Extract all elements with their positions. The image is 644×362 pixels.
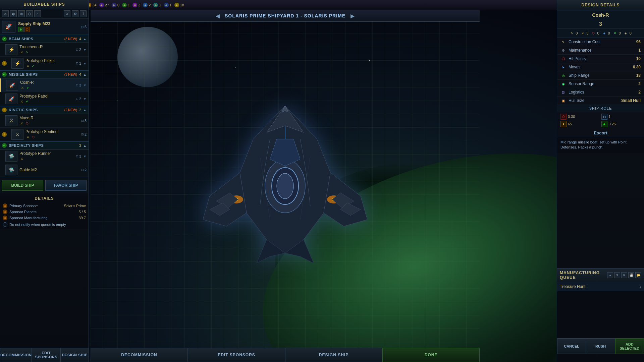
edit-sponsors-button[interactable]: Edit Sponsors	[32, 348, 60, 362]
mfg-queue-item-1[interactable]: Treasure Hunt ›	[557, 282, 644, 291]
ship-item-prototype-sentinel[interactable]: ! ⚔ Prototype Sentinel ⚔ ⬡ ⊡ 2	[0, 128, 89, 141]
coshr-thumbnail: 🚀	[6, 80, 18, 90]
mfg-empty-queue	[557, 291, 644, 338]
rush-button[interactable]: RUSH	[586, 339, 615, 354]
ship-item-cosh-r[interactable]: 🚀 Cosh-R ⚔ ✔ ⊡ 3 ▼	[0, 78, 89, 92]
manufacturing-icon: ⊙	[3, 216, 7, 220]
runner-dropdown[interactable]: ▼	[83, 155, 87, 158]
build-ship-button[interactable]: Build Ship	[2, 180, 43, 191]
resource-icon[interactable]: ⬡	[26, 10, 33, 17]
home-icon[interactable]: ⌂	[34, 10, 41, 17]
build-buttons-row: Build Ship Favor Ship	[0, 177, 89, 193]
guidem2-thumbnail: 🛸	[5, 165, 17, 175]
category-missile-ships[interactable]: ✔ Missile Ships (3 NEW) 4 ▲	[0, 70, 89, 78]
coshr-dropdown[interactable]: ▼	[83, 83, 87, 87]
mfg-load-icon[interactable]: 📂	[635, 272, 641, 278]
no-notify-row[interactable]: Do not notify when queue is empty	[3, 222, 86, 227]
runner-icon-1: ⚔	[19, 157, 24, 161]
picket-count: ⊡ 1	[76, 61, 81, 65]
truncheon-name: Truncheon-R	[19, 45, 74, 49]
settings-icon[interactable]: ⚔	[64, 10, 70, 17]
done-button[interactable]: DONE	[382, 348, 480, 362]
info-icon[interactable]: i	[80, 10, 87, 17]
role-resource-value: 65	[568, 122, 572, 126]
truncheon-icon-1: ⚔	[19, 50, 24, 55]
patrol-icons: ⚔ ✔	[19, 99, 74, 104]
hit-points-value: 10	[636, 56, 641, 61]
runner-thumbnail: 🛸	[5, 151, 17, 162]
missile-expand-arrow: ▲	[83, 73, 87, 76]
truncheon-thumbnail: ⚡	[5, 44, 17, 55]
favor-ship-button[interactable]: Favor Ship	[45, 180, 87, 191]
mfg-up-arrow[interactable]: ▲	[607, 272, 613, 278]
featured-ship-item[interactable]: 🚀 Supply Ship M23 ⊕ ⬡ ⊡ 6	[0, 19, 89, 35]
sponsor-planets-label: Sponsor Planets:	[9, 210, 77, 214]
res-15: ◈ 18	[174, 3, 184, 7]
ship-item-truncheon-r[interactable]: ⚡ Truncheon-R ⚔ ✎ ⊡ 2 ▼	[0, 43, 89, 57]
res-13: ◈ 1	[153, 3, 161, 7]
macer-icon-2: ⬡	[25, 121, 30, 126]
sensor-range-label: Sensor Range	[569, 81, 636, 86]
coshr-count: ⊡ 3	[76, 83, 81, 87]
guidem2-count: ⊡ 2	[81, 168, 87, 172]
edit-sponsors-global-button[interactable]: EDIT SPONSORS	[188, 348, 285, 362]
design-details-header: Design Details	[557, 0, 644, 10]
moves-value: 6.30	[633, 65, 641, 69]
mfg-save-icon[interactable]: 💾	[628, 272, 634, 278]
maintenance-icon: ⚙	[560, 48, 566, 53]
mfg-clear-icon[interactable]: ✕	[621, 272, 627, 278]
logistics-value: 2	[638, 90, 641, 95]
svg-point-8	[277, 173, 293, 199]
decommission-button[interactable]: Decommission	[0, 348, 32, 362]
beam-category-label: Beam Ships	[9, 37, 62, 41]
category-specialty-ships[interactable]: ✔ Specialty Ships 3 ▲	[0, 141, 89, 149]
picket-dropdown[interactable]: ▼	[83, 62, 87, 65]
macer-icon-1: ⚔	[19, 121, 24, 126]
category-beam-ships[interactable]: ✔ Beam Ships (3 NEW) 4 ▲	[0, 35, 89, 43]
design-ship-global-button[interactable]: DESIGN SHIP	[285, 348, 382, 362]
ship-range-row: ◎ Ship Range 18	[557, 71, 644, 80]
cancel-queue-button[interactable]: CANCEL	[557, 339, 586, 354]
beam-expand-arrow: ▲	[83, 37, 87, 41]
add-icon[interactable]: ⊕	[18, 10, 25, 17]
macer-name: Mace-R	[19, 116, 79, 120]
patrol-dropdown[interactable]: ▼	[83, 97, 87, 101]
no-notify-checkbox[interactable]	[3, 222, 7, 227]
truncheon-dropdown[interactable]: ▼	[83, 48, 87, 52]
res-8: ◈ 27	[99, 3, 109, 7]
truncheon-count: ⊡ 2	[76, 48, 81, 52]
missile-new-badge: (3 NEW)	[64, 73, 77, 76]
ship-range-icon: ◎	[560, 73, 566, 78]
filter-icon[interactable]: ◐	[10, 10, 17, 17]
maintenance-value: 1	[638, 48, 641, 53]
ship-item-prototype-patrol[interactable]: 🚀 Prototype Patrol ⚔ ✔ ⊡ 2 ▼	[0, 92, 89, 106]
ship-description: Mid range missile boat, set up with Poin…	[557, 137, 644, 153]
moves-icon: ➤	[560, 64, 566, 70]
design-ship-button[interactable]: Design Ship	[60, 348, 89, 362]
sensor-range-value: 2	[638, 81, 641, 86]
hull-size-value: Small Hull	[621, 98, 641, 103]
role-support-value: 0.25	[609, 122, 616, 126]
specialty-category-icon: ✔	[2, 143, 7, 148]
hull-size-label: Hull Size	[569, 98, 619, 103]
hit-points-row: ⬡ Hit Points 10	[557, 55, 644, 63]
gear-icon[interactable]: ⚙	[72, 10, 78, 17]
ship-item-guide-m2[interactable]: 🛸 Guide M2 ⊡ 2	[0, 163, 89, 177]
primary-sponsor-row: ⊙ Primary Sponsor: Solaris Prime	[3, 203, 86, 208]
truncheon-icons: ⚔ ✎	[19, 50, 74, 55]
sponsor-manufacturing-label: Sponsor Manufacturing:	[9, 216, 77, 220]
add-selected-button[interactable]: ADD SELECTED	[615, 339, 644, 354]
prev-shipyard-arrow[interactable]: ◀	[216, 13, 220, 19]
mfg-down-arrow[interactable]: ▼	[614, 272, 620, 278]
ship-item-mace-r[interactable]: ⚔ Mace-R ⚔ ⬡ ⊡ 3	[0, 114, 89, 128]
decommission-global-button[interactable]: DECOMMISSION	[91, 348, 188, 362]
ship-item-prototype-picket[interactable]: ! ⚡ Prototype Picket ⚔ ✔ ⊡ 1 ▼	[0, 57, 89, 70]
role-support: ◈ 0.25	[601, 121, 641, 127]
next-shipyard-arrow[interactable]: ▶	[351, 13, 355, 19]
kinetic-count: 2	[79, 108, 81, 112]
category-kinetic-ships[interactable]: ! Kinetic Ships (2 NEW) 2 ▲	[0, 106, 89, 114]
role-defense-value: 1	[609, 115, 611, 119]
sensor-range-row: ◉ Sensor Range 2	[557, 80, 644, 88]
ship-item-prototype-runner[interactable]: 🛸 Prototype Runner ⚔ ⊡ 3 ▼	[0, 149, 89, 163]
close-icon[interactable]: ✕	[2, 10, 9, 17]
